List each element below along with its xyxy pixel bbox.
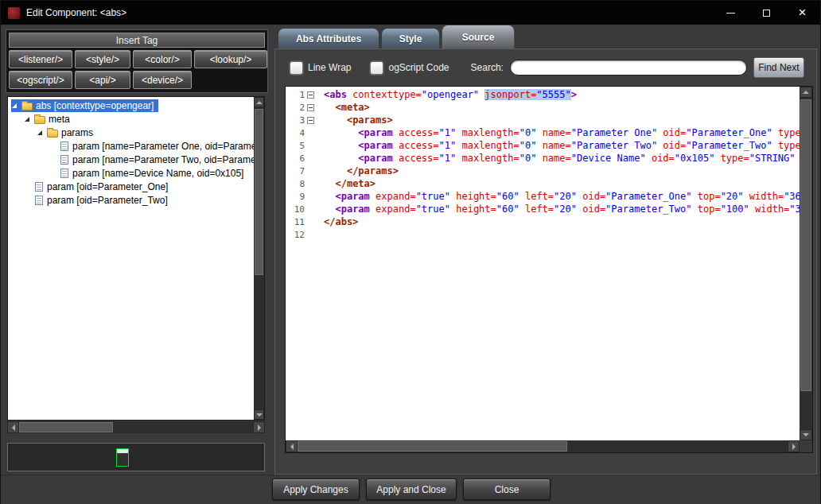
code-token: <param	[358, 127, 392, 138]
code-token	[714, 153, 720, 164]
insert-tag-button-color[interactable]: <color/>	[133, 50, 192, 68]
code-line[interactable]: <abs contexttype="opengear" jsonport="55…	[324, 88, 800, 101]
code-line[interactable]	[324, 228, 800, 241]
source-panel: Line Wrap ogScript Code Search: Find Nex…	[274, 48, 817, 475]
scroll-right-button[interactable]	[253, 421, 265, 433]
code-token: maxlength=	[461, 140, 519, 151]
expander-icon[interactable]	[37, 129, 45, 137]
minimize-button[interactable]	[713, 1, 749, 25]
scrollbar-track[interactable]	[800, 98, 812, 429]
ogscript-code-checkbox[interactable]	[370, 61, 383, 75]
line-number: 11	[286, 217, 305, 227]
insert-tag-button-lookup[interactable]: <lookup/>	[194, 50, 267, 68]
code-token	[691, 191, 697, 202]
maximize-button[interactable]	[749, 1, 784, 25]
code-line[interactable]: <meta>	[324, 101, 800, 114]
tree-item[interactable]: param [name=Parameter One, oid=Parameter…	[8, 139, 254, 153]
folder-icon	[21, 103, 33, 110]
footer-button-apply-changes[interactable]: Apply Changes	[272, 479, 360, 500]
code-token	[370, 204, 375, 215]
code-editor[interactable]: 123456789101112 <abs contexttype="openge…	[285, 86, 813, 453]
line-number: 1	[286, 90, 305, 100]
tree-item[interactable]: abs [contexttype=opengear]	[8, 99, 254, 112]
code-token: height=	[456, 204, 496, 215]
code-token: "STRING"	[749, 153, 796, 164]
tab-abs-attributes[interactable]: Abs Attributes	[278, 28, 379, 48]
window: Edit Component: <abs> × Insert Tag <list…	[0, 0, 821, 504]
insert-tag-button-listener[interactable]: <listener/>	[9, 50, 72, 68]
code-token	[646, 153, 652, 164]
code-token	[324, 204, 335, 215]
insert-tag-button-ogscript[interactable]: <ogscript/>	[9, 71, 72, 89]
line-number: 4	[286, 128, 305, 138]
code-token: "Parameter_One"	[605, 191, 691, 202]
code-line[interactable]: <param access="1" maxlength="0" name="Pa…	[324, 139, 800, 152]
tree-item-label: meta	[49, 114, 72, 125]
insert-tag-button-api[interactable]: <api/>	[75, 71, 130, 89]
fold-toggle-icon[interactable]	[307, 104, 314, 111]
tree-item[interactable]: param [oid=Parameter_Two]	[8, 193, 254, 207]
code-line[interactable]: </meta>	[324, 177, 800, 190]
code-line[interactable]: <params>	[324, 114, 800, 126]
scrollbar-thumb[interactable]	[19, 422, 113, 432]
code-token: "true"	[416, 191, 450, 202]
scroll-up-button[interactable]	[254, 97, 264, 107]
scroll-right-icon	[792, 444, 799, 450]
scroll-up-icon	[803, 87, 809, 94]
scrollbar-thumb[interactable]	[255, 109, 263, 275]
code-line[interactable]: <param access="1" maxlength="0" name="Pa…	[324, 126, 800, 139]
fold-toggle-icon[interactable]	[307, 91, 314, 99]
find-next-button[interactable]: Find Next	[753, 57, 804, 78]
tree-vertical-scrollbar[interactable]	[254, 97, 264, 420]
code-token: maxlength=	[461, 153, 519, 164]
scrollbar-track[interactable]	[298, 440, 788, 452]
tree-item[interactable]: params	[8, 126, 254, 139]
code-token	[536, 127, 542, 138]
insert-tag-button-device[interactable]: <device/>	[133, 71, 192, 89]
scroll-up-button[interactable]	[800, 87, 812, 98]
editor-vertical-scrollbar[interactable]	[800, 87, 812, 440]
scroll-left-button[interactable]	[286, 440, 298, 452]
editor-horizontal-scrollbar[interactable]	[286, 440, 800, 452]
code-line[interactable]: </params>	[324, 165, 800, 177]
title-bar[interactable]: Edit Component: <abs> ×	[1, 1, 820, 25]
code-line[interactable]: <param expand="true" height="60" left="2…	[324, 190, 800, 203]
search-input[interactable]	[510, 60, 747, 76]
scrollbar-thumb[interactable]	[298, 441, 567, 452]
code-line[interactable]: <param access="1" maxlength="0" name="De…	[324, 152, 800, 165]
expander-icon[interactable]	[11, 102, 19, 110]
expander-icon	[24, 183, 32, 191]
tree-item-label: param [name=Parameter Two, oid=Parameter…	[72, 154, 254, 165]
tab-style[interactable]: Style	[381, 28, 440, 48]
line-wrap-checkbox[interactable]	[290, 61, 303, 75]
code-token	[393, 153, 399, 164]
close-button[interactable]: ×	[784, 1, 820, 25]
scrollbar-thumb[interactable]	[800, 99, 811, 391]
scroll-down-button[interactable]	[800, 429, 812, 440]
line-number: 10	[286, 204, 305, 215]
tree-item[interactable]: param [name=Device Name, oid=0x105]	[8, 166, 254, 180]
tab-source[interactable]: Source	[442, 25, 515, 48]
code-line[interactable]: </abs>	[324, 215, 800, 228]
code-token: <param	[335, 191, 369, 202]
scrollbar-track[interactable]	[19, 421, 253, 433]
insert-tag-button-style[interactable]: <style/>	[75, 50, 130, 68]
footer-button-close[interactable]: Close	[463, 479, 551, 500]
fold-toggle-icon[interactable]	[307, 117, 314, 124]
code-token	[324, 114, 347, 126]
component-outline	[116, 448, 129, 467]
tree-item[interactable]: param [oid=Parameter_One]	[8, 180, 254, 193]
code-line[interactable]: <param expand="true" height="60" left="2…	[324, 203, 800, 215]
scrollbar-track[interactable]	[254, 107, 264, 409]
code-area[interactable]: <abs contexttype="opengear" jsonport="55…	[321, 87, 800, 440]
tree-item[interactable]: param [name=Parameter Two, oid=Parameter…	[8, 153, 254, 166]
footer-button-apply-and-close[interactable]: Apply and Close	[366, 479, 457, 500]
tree-item[interactable]: meta	[8, 112, 254, 126]
expander-icon[interactable]	[24, 115, 32, 123]
tree-horizontal-scrollbar[interactable]	[7, 421, 265, 433]
scroll-left-button[interactable]	[7, 421, 19, 433]
scroll-right-button[interactable]	[788, 440, 800, 452]
scroll-down-button[interactable]	[254, 409, 264, 420]
code-token	[324, 127, 358, 138]
document-icon	[35, 196, 43, 205]
